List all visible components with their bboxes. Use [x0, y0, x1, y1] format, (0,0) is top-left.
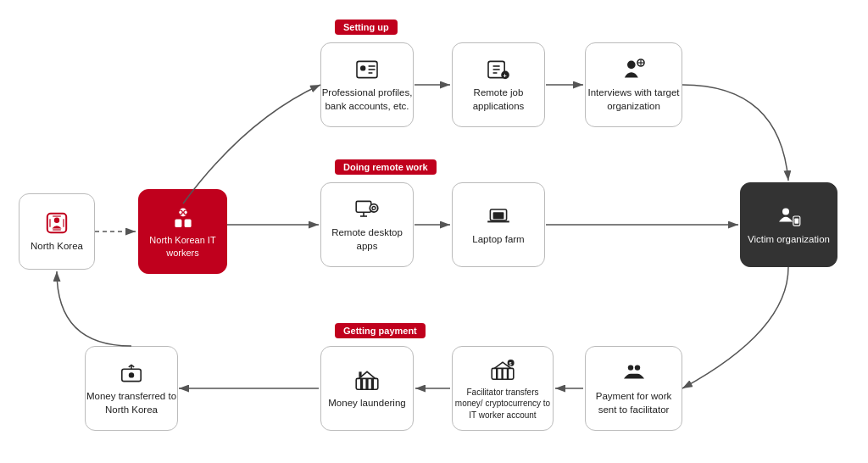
interviews-label: Interviews with target organization	[586, 86, 682, 113]
north-korea-icon	[43, 209, 70, 237]
money-laundering-label: Money laundering	[328, 397, 405, 410]
badge-getting-payment: Getting payment	[335, 323, 426, 338]
svg-rect-48	[496, 368, 498, 379]
diagram: Setting up Doing remote work Getting pay…	[0, 0, 868, 463]
svg-point-40	[129, 373, 134, 378]
svg-point-23	[627, 61, 636, 70]
svg-rect-8	[184, 220, 191, 228]
remote-desktop-node: Remote desktop apps	[320, 182, 414, 267]
payment-work-label: Payment for work sent to facilitator	[586, 390, 682, 416]
remote-desktop-icon	[353, 196, 381, 223]
victim-org-icon	[776, 203, 803, 230]
svg-rect-7	[175, 220, 181, 228]
remote-desktop-label: Remote desktop apps	[321, 226, 413, 253]
laptop-farm-node: Laptop farm	[452, 182, 545, 267]
svg-text:+: +	[504, 72, 507, 80]
svg-rect-35	[493, 212, 504, 219]
prof-profiles-node: Professional profiles, bank accounts, et…	[320, 42, 414, 127]
badge-setting-up: Setting up	[335, 20, 398, 35]
money-laundering-icon	[353, 366, 381, 393]
nk-workers-icon	[170, 204, 197, 231]
laptop-farm-icon	[485, 203, 512, 230]
prof-profiles-icon	[353, 56, 381, 83]
money-laundering-node: Money laundering	[320, 346, 414, 431]
svg-point-54	[634, 365, 639, 371]
svg-point-1	[54, 218, 59, 223]
remote-job-label: Remote job applications	[453, 86, 544, 113]
svg-rect-50	[507, 368, 509, 379]
svg-rect-44	[365, 379, 368, 390]
svg-rect-46	[359, 372, 361, 377]
svg-point-53	[627, 365, 632, 371]
remote-job-icon: +	[485, 56, 512, 83]
remote-job-node: + Remote job applications	[452, 42, 545, 127]
north-korea-label: North Korea	[31, 240, 83, 254]
svg-point-36	[782, 209, 789, 215]
payment-work-node: Payment for work sent to facilitator	[585, 346, 682, 431]
svg-rect-43	[360, 379, 363, 390]
svg-rect-27	[356, 202, 371, 213]
svg-rect-38	[794, 219, 798, 224]
facilitator-label: Facilitator transfers money/ cryptocurre…	[453, 387, 553, 421]
money-transferred-icon	[118, 360, 145, 387]
svg-point-13	[360, 66, 365, 71]
facilitator-node: $ Facilitator transfers money/ cryptocur…	[452, 346, 554, 431]
victim-org-label: Victim organization	[748, 233, 830, 247]
interviews-icon	[620, 56, 648, 83]
laptop-farm-label: Laptop farm	[472, 233, 524, 247]
svg-rect-49	[501, 368, 503, 379]
nk-workers-node: North Korean IT workers	[138, 189, 227, 274]
payment-work-icon	[620, 360, 648, 387]
svg-rect-45	[371, 379, 374, 390]
interviews-node: Interviews with target organization	[585, 42, 682, 127]
svg-point-32	[373, 208, 375, 209]
victim-org-node: Victim organization	[740, 182, 837, 267]
prof-profiles-label: Professional profiles, bank accounts, et…	[321, 86, 413, 113]
money-transferred-label: Money transferred to North Korea	[86, 390, 177, 416]
badge-doing-remote: Doing remote work	[335, 159, 437, 175]
facilitator-icon: $	[489, 356, 516, 383]
money-transferred-node: Money transferred to North Korea	[85, 346, 178, 431]
nk-workers-label: North Korean IT workers	[139, 234, 226, 259]
north-korea-node: North Korea	[19, 193, 95, 270]
